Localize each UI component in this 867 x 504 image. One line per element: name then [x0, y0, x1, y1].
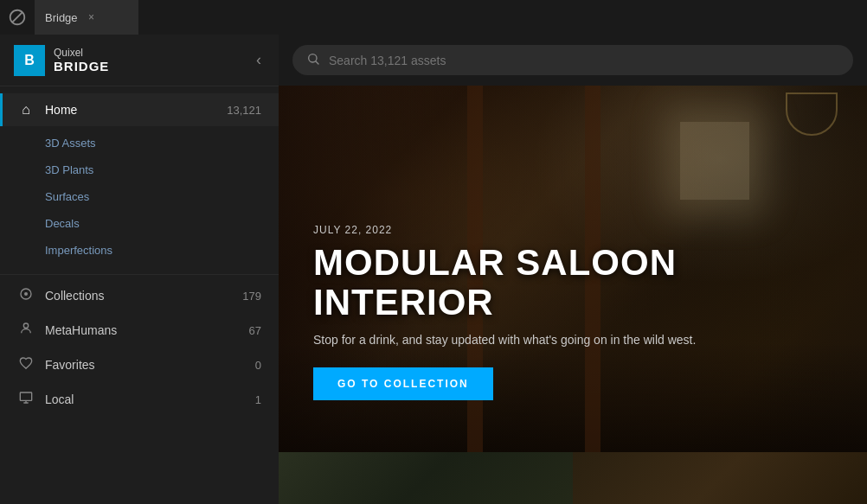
sidebar-item-label: Favorites [45, 358, 95, 372]
tab-label: Bridge [45, 11, 78, 24]
brand-quixel: Quixel [54, 47, 109, 59]
main-layout: B Quixel BRIDGE ‹ ⌂ Home 13,121 [0, 35, 867, 504]
sidebar-collapse-button[interactable]: ‹ [253, 48, 265, 73]
tab-close-button[interactable]: × [85, 10, 99, 24]
hero-title: MODULAR SALOON INTERIOR [313, 243, 832, 322]
sidebar-item-count: 67 [249, 324, 261, 337]
bridge-tab[interactable]: Bridge × [35, 0, 138, 35]
sidebar-item-3d-assets[interactable]: 3D Assets [0, 130, 279, 156]
content-area: JULY 22, 2022 MODULAR SALOON INTERIOR St… [279, 35, 867, 504]
brand-icon: B [14, 45, 45, 76]
search-bar [279, 35, 867, 86]
sub-nav-section: 3D Assets 3D Plants Surfaces Decals Impe… [0, 126, 279, 271]
sidebar-item-label: MetaHumans [45, 323, 117, 337]
title-bar: Bridge × [0, 0, 867, 35]
sidebar-item-count: 1 [255, 393, 261, 406]
svg-point-1 [24, 292, 28, 296]
sidebar-item-count: 13,121 [227, 104, 261, 117]
search-input[interactable] [329, 54, 839, 67]
sidebar-item-decals[interactable]: Decals [0, 210, 279, 237]
sidebar-item-3d-plants[interactable]: 3D Plants [0, 156, 279, 183]
sidebar-item-label: Home [45, 103, 77, 117]
sidebar-item-count: 179 [242, 290, 261, 303]
thumbnails-strip [279, 452, 867, 504]
hero-content: JULY 22, 2022 MODULAR SALOON INTERIOR St… [279, 86, 867, 452]
thumbnail-1[interactable] [279, 452, 573, 504]
nav-section-main: ⌂ Home 13,121 3D Assets 3D Plants Surfac… [0, 86, 279, 424]
hero-subtitle: Stop for a drink, and stay updated with … [313, 333, 789, 347]
brand-bridge: BRIDGE [54, 59, 109, 73]
local-icon [17, 391, 35, 408]
unreal-engine-icon [8, 8, 27, 27]
sidebar-item-metahumans[interactable]: MetaHumans 67 [0, 313, 279, 348]
app-logo [0, 0, 35, 35]
collections-icon [17, 287, 35, 304]
sidebar-item-home[interactable]: ⌂ Home 13,121 [0, 93, 279, 126]
sub-nav-label: Surfaces [45, 190, 89, 203]
sidebar-item-imperfections[interactable]: Imperfections [0, 237, 279, 264]
sub-nav-label: Imperfections [45, 244, 112, 257]
svg-rect-3 [20, 392, 31, 400]
sidebar-item-favorites[interactable]: Favorites 0 [0, 348, 279, 382]
sidebar-item-label: Collections [45, 289, 104, 303]
brand-logo: B Quixel BRIDGE [14, 45, 109, 76]
metahumans-icon [17, 322, 35, 339]
hero-date: JULY 22, 2022 [313, 224, 832, 236]
brand-text: Quixel BRIDGE [54, 47, 109, 73]
sidebar: B Quixel BRIDGE ‹ ⌂ Home 13,121 [0, 35, 279, 504]
go-to-collection-button[interactable]: GO TO COLLECTION [313, 367, 493, 400]
search-wrapper [292, 45, 853, 75]
sub-nav-label: Decals [45, 217, 80, 230]
thumbnail-2[interactable] [573, 452, 867, 504]
sidebar-item-local[interactable]: Local 1 [0, 382, 279, 417]
sidebar-item-surfaces[interactable]: Surfaces [0, 183, 279, 210]
home-icon: ⌂ [17, 102, 35, 118]
sidebar-item-collections[interactable]: Collections 179 [0, 278, 279, 313]
favorites-icon [17, 356, 35, 373]
divider [0, 274, 279, 275]
sidebar-header: B Quixel BRIDGE ‹ [0, 35, 279, 86]
sidebar-item-count: 0 [255, 359, 261, 372]
search-icon [306, 52, 320, 68]
hero-banner: JULY 22, 2022 MODULAR SALOON INTERIOR St… [279, 86, 867, 452]
sidebar-item-label: Local [45, 392, 74, 406]
sub-nav-label: 3D Plants [45, 163, 93, 176]
svg-point-2 [23, 323, 28, 328]
sub-nav-label: 3D Assets [45, 137, 96, 150]
